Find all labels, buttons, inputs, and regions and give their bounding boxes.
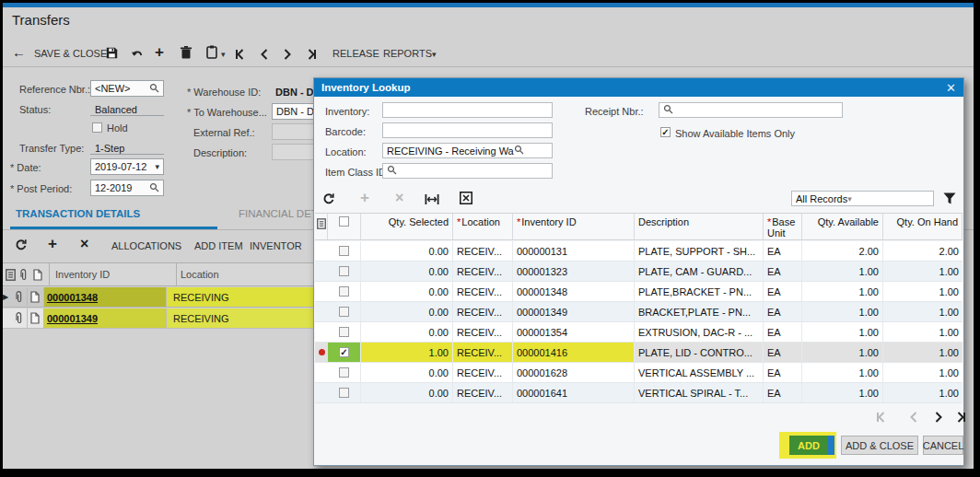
qty-available-cell[interactable]: 2.00: [802, 241, 883, 261]
date-caret-icon[interactable]: ▾: [155, 162, 159, 171]
inventory-row[interactable]: 0.00 RECEIV... 000001641 VERTICAL SPIRAL…: [315, 383, 962, 403]
add-close-button[interactable]: ADD & CLOSE: [841, 436, 918, 455]
qty-selected-cell[interactable]: 0.00: [361, 282, 453, 301]
col-inventory-id[interactable]: Inventory ID: [55, 269, 110, 280]
table-row[interactable]: ▶ 000001348 RECEIVING: [3, 287, 321, 308]
qty-available-cell[interactable]: 1.00: [802, 302, 883, 321]
inventory-id-cell[interactable]: 000001641: [513, 383, 635, 402]
grid-delete-row-icon[interactable]: ×: [80, 236, 88, 252]
location-cell[interactable]: RECEIVING: [167, 308, 321, 328]
reports-button[interactable]: REPORTS: [383, 48, 432, 59]
base-unit-cell[interactable]: EA: [764, 262, 802, 281]
inventory-row[interactable]: 0.00 RECEIV... 000001349 BRACKET,PLATE -…: [315, 302, 962, 322]
location-cell[interactable]: RECEIV...: [453, 322, 513, 342]
inventory-id-cell[interactable]: 000001354: [513, 322, 635, 342]
post-period-input[interactable]: 12-2019: [90, 180, 164, 196]
location-cell[interactable]: RECEIV...: [453, 383, 513, 402]
add-item-button[interactable]: ADD ITEM: [194, 240, 243, 251]
qty-selected-cell[interactable]: 0.00: [361, 241, 453, 261]
base-unit-cell[interactable]: EA: [764, 322, 802, 342]
col-qty-available[interactable]: Qty. Available: [802, 214, 883, 239]
row-checkbox-cell[interactable]: [328, 302, 361, 321]
post-period-lookup-icon[interactable]: [149, 182, 159, 194]
inventory-row[interactable]: 0.00 RECEIV... 000001348 PLATE,BRACKET -…: [315, 282, 962, 302]
location-lookup-icon[interactable]: [514, 145, 524, 157]
row-checkbox-cell[interactable]: [328, 383, 361, 402]
attachment-cell[interactable]: [12, 308, 28, 328]
inventory-row[interactable]: 0.00 RECEIV... 000001628 VERTICAL ASSEMB…: [315, 363, 962, 383]
col-qty-on-hand[interactable]: Qty. On Hand: [883, 214, 962, 239]
copy-paste-caret-icon[interactable]: ▾: [221, 50, 226, 59]
description-cell[interactable]: PLATE, LID - CONTRO...: [635, 343, 764, 362]
inventory-id-cell[interactable]: 000001323: [513, 262, 635, 281]
location-cell[interactable]: RECEIV...: [453, 343, 513, 362]
item-class-filter-input[interactable]: [382, 163, 553, 179]
description-cell[interactable]: PLATE, SUPPORT - SH...: [635, 241, 764, 261]
save-icon[interactable]: [106, 46, 118, 63]
location-cell[interactable]: RECEIVING: [167, 287, 321, 307]
note-cell[interactable]: [28, 287, 44, 307]
location-filter-input[interactable]: RECEIVING - Receiving Wa: [382, 143, 553, 158]
hold-checkbox[interactable]: [92, 122, 102, 133]
row-checkbox-cell[interactable]: [328, 363, 361, 382]
records-filter-select[interactable]: All Records ▾: [791, 191, 934, 206]
fit-width-icon[interactable]: [425, 192, 439, 209]
first-record-icon[interactable]: [235, 47, 246, 64]
qty-available-cell[interactable]: 1.00: [802, 322, 883, 342]
inventory-id-cell[interactable]: 000001628: [513, 363, 635, 382]
inventory-row-selected[interactable]: 1.00 RECEIV... 000001416 PLATE, LID - CO…: [315, 343, 962, 363]
col-location[interactable]: Location: [181, 269, 219, 280]
description-cell[interactable]: VERTICAL SPIRAL - T...: [635, 383, 764, 402]
row-checkbox-cell[interactable]: [328, 241, 361, 261]
qty-on-hand-cell[interactable]: 1.00: [883, 343, 962, 362]
qty-selected-cell[interactable]: 1.00: [361, 343, 453, 362]
add-button[interactable]: ADD: [789, 436, 834, 455]
show-available-checkbox[interactable]: [660, 127, 671, 137]
receipt-lookup-icon[interactable]: [663, 104, 673, 116]
qty-on-hand-cell[interactable]: 1.00: [883, 363, 962, 382]
inventory-row[interactable]: 0.00 RECEIV... 000001323 PLATE, CAM - GU…: [315, 262, 962, 282]
delete-icon[interactable]: [181, 46, 192, 63]
undo-icon[interactable]: [131, 48, 144, 64]
item-class-lookup-icon[interactable]: [387, 165, 397, 177]
inventory-lookup-button[interactable]: INVENTOR: [250, 240, 302, 251]
grid-refresh-icon[interactable]: [15, 238, 28, 255]
reports-caret-icon[interactable]: ▾: [432, 50, 437, 59]
attachment-cell[interactable]: [12, 287, 28, 307]
receipt-nbr-input[interactable]: [659, 102, 843, 118]
page-last-icon[interactable]: [953, 412, 968, 423]
inventory-id-link[interactable]: 000001348: [44, 287, 167, 307]
inventory-row[interactable]: 0.00 RECEIV... 000000131 PLATE, SUPPORT …: [315, 241, 962, 262]
description-cell[interactable]: PLATE, CAM - GUARD...: [635, 262, 764, 281]
qty-selected-cell[interactable]: 0.00: [361, 322, 453, 342]
export-excel-icon[interactable]: [460, 192, 472, 208]
release-button[interactable]: RELEASE: [332, 48, 379, 59]
cancel-button[interactable]: CANCEL: [923, 436, 963, 455]
row-checkbox-cell[interactable]: [328, 322, 361, 342]
qty-on-hand-cell[interactable]: 2.00: [883, 241, 962, 261]
lookup-refresh-icon[interactable]: [322, 192, 335, 209]
grid-add-row-icon[interactable]: +: [48, 235, 57, 253]
qty-on-hand-cell[interactable]: 1.00: [883, 302, 962, 321]
date-input[interactable]: 2019-07-12 ▾: [90, 158, 164, 175]
qty-available-cell[interactable]: 1.00: [802, 262, 883, 281]
filter-funnel-icon[interactable]: [943, 192, 956, 208]
qty-selected-cell[interactable]: 0.00: [361, 262, 453, 281]
col-base-unit[interactable]: BaseUnit: [764, 214, 802, 239]
qty-available-cell[interactable]: 1.00: [802, 383, 883, 402]
row-checkbox-cell[interactable]: [328, 262, 361, 281]
qty-on-hand-cell[interactable]: 1.00: [883, 322, 962, 342]
description-cell[interactable]: BRACKET,PLATE - PN...: [635, 302, 764, 321]
row-checkbox-cell[interactable]: [328, 343, 361, 362]
base-unit-cell[interactable]: EA: [764, 383, 802, 402]
header-selectall-cell[interactable]: [328, 214, 361, 239]
qty-available-cell[interactable]: 1.00: [802, 343, 883, 362]
copy-paste-icon[interactable]: [206, 45, 217, 63]
description-cell[interactable]: VERTICAL ASSEMBLY ...: [635, 363, 764, 382]
inventory-id-cell[interactable]: 000000131: [513, 241, 635, 261]
base-unit-cell[interactable]: EA: [764, 363, 802, 382]
inventory-filter-input[interactable]: [382, 102, 553, 118]
location-cell[interactable]: RECEIV...: [453, 241, 513, 261]
description-cell[interactable]: PLATE,BRACKET - PN...: [635, 282, 764, 301]
reference-nbr-input[interactable]: <NEW>: [90, 80, 164, 97]
